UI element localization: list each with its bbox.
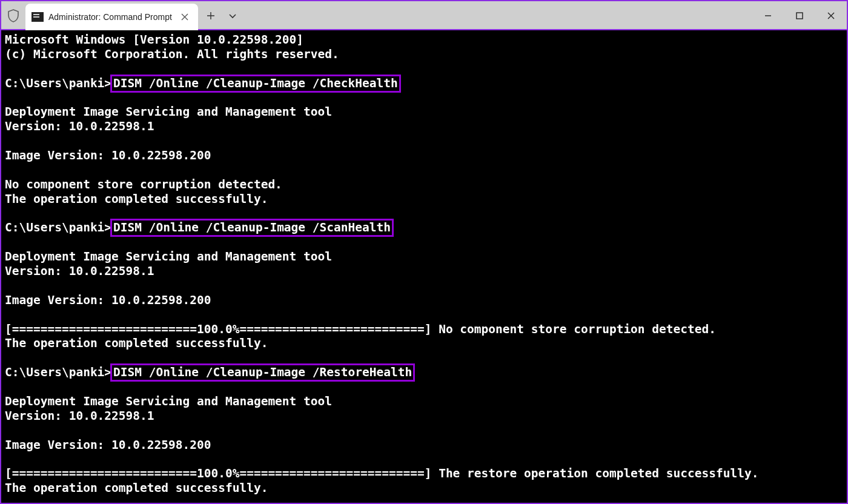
minimize-icon [764,12,772,20]
new-tab-button[interactable] [198,1,224,30]
highlighted-command: DISM /Online /Cleanup-Image /CheckHealth [110,75,401,93]
close-icon [827,12,835,20]
tab-close-button[interactable] [179,11,191,23]
tab-dropdown-button[interactable] [224,1,242,30]
tab-title: Administrator: Command Prompt [48,12,175,22]
svg-rect-0 [797,13,803,19]
window-controls [752,1,847,30]
chevron-down-icon [228,11,237,21]
tab-command-prompt[interactable]: Administrator: Command Prompt [25,4,198,30]
highlighted-command: DISM /Online /Cleanup-Image /RestoreHeal… [110,363,415,382]
minimize-button[interactable] [752,1,784,30]
shield-icon [1,1,25,30]
plus-icon [207,12,215,20]
maximize-button[interactable] [784,1,815,30]
command-prompt-window: Administrator: Command Prompt Microsoft … [0,0,848,504]
titlebar: Administrator: Command Prompt [1,1,847,30]
maximize-icon [795,12,804,20]
highlighted-command: DISM /Online /Cleanup-Image /ScanHealth [110,219,394,237]
terminal-output[interactable]: Microsoft Windows [Version 10.0.22598.20… [1,30,847,503]
terminal-icon [31,12,44,22]
close-window-button[interactable] [815,1,847,30]
close-icon [181,13,188,21]
